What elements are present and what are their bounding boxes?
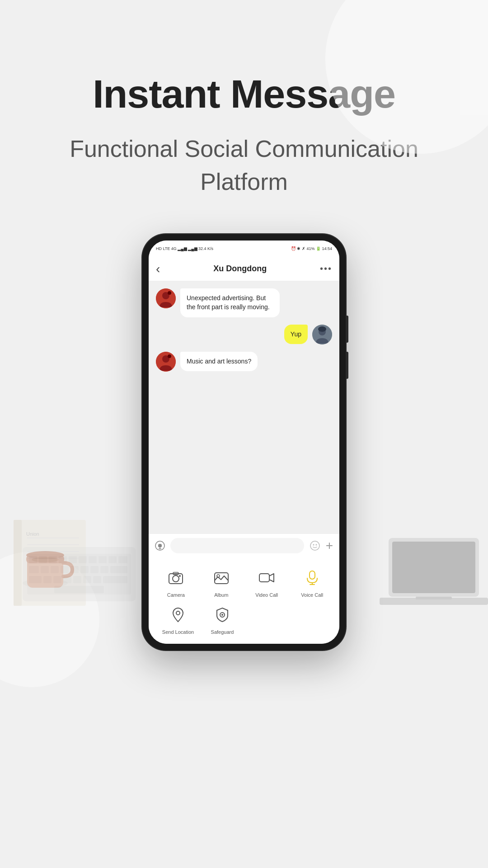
message-row-3: Music and art lessons?	[156, 352, 332, 372]
svg-rect-21	[99, 556, 107, 563]
message-bubble-3: Music and art lessons?	[180, 352, 258, 372]
svg-rect-14	[29, 556, 37, 563]
status-icons: ⏰ ✱ ✗ 41% 🔋 14:54	[291, 246, 332, 251]
safeguard-icon-wrap	[211, 603, 234, 627]
svg-rect-28	[70, 566, 79, 573]
actions-row-1: Camera Album	[149, 564, 339, 599]
action-album[interactable]: Album	[201, 566, 242, 598]
voice-input-button[interactable]	[155, 541, 165, 551]
video-call-icon-wrap	[255, 566, 278, 590]
svg-point-60	[315, 544, 317, 545]
svg-rect-36	[63, 576, 71, 583]
avatar-outgoing-1	[312, 325, 332, 344]
svg-rect-45	[416, 597, 452, 599]
svg-rect-33	[29, 576, 42, 583]
status-network: HD LTE 4G ▂▄▆ ▂▄▆ 32.4 K/s	[156, 246, 213, 251]
message-text-2: Yup	[291, 330, 301, 338]
svg-rect-37	[73, 576, 81, 583]
keyboard-decoration	[23, 547, 136, 601]
more-options-input-button[interactable]: +	[326, 538, 333, 553]
actions-row-2: Send Location Safeguard	[149, 601, 339, 637]
back-button[interactable]: ‹	[156, 262, 160, 276]
svg-rect-30	[90, 566, 99, 573]
svg-point-59	[313, 544, 314, 545]
message-bubble-2: Yup	[284, 325, 308, 344]
svg-rect-19	[79, 556, 87, 563]
svg-point-51	[318, 326, 326, 332]
action-voice-call[interactable]: Voice Call	[292, 566, 333, 598]
svg-point-64	[179, 575, 181, 577]
svg-rect-31	[100, 566, 108, 573]
phone-mockup: HD LTE 4G ▂▄▆ ▂▄▆ 32.4 K/s ⏰ ✱ ✗ 41% 🔋 1…	[142, 234, 346, 650]
contact-name: Xu Dongdong	[213, 264, 267, 274]
message-bubble-1: Unexpected advertising. But the front pa…	[180, 288, 280, 317]
bottom-actions: Camera Album	[149, 557, 339, 644]
album-icon-wrap	[210, 566, 233, 590]
voice-call-icon-wrap	[300, 566, 324, 590]
emoji-button[interactable]	[310, 540, 320, 551]
svg-rect-17	[59, 556, 67, 563]
send-location-icon-wrap	[166, 603, 190, 627]
svg-point-71	[176, 611, 180, 615]
svg-rect-26	[51, 566, 59, 573]
action-camera[interactable]: Camera	[155, 566, 196, 598]
voice-call-label: Voice Call	[301, 592, 323, 598]
svg-rect-22	[108, 556, 117, 563]
side-button-1	[346, 316, 348, 343]
avatar-incoming-2	[156, 352, 176, 372]
message-input[interactable]	[170, 538, 304, 553]
svg-rect-23	[118, 556, 127, 563]
action-send-location[interactable]: Send Location	[158, 603, 198, 635]
svg-rect-32	[110, 566, 127, 573]
camera-label: Camera	[167, 592, 185, 598]
svg-rect-29	[80, 566, 89, 573]
status-right: ⏰ ✱ ✗ 41% 🔋 14:54	[291, 246, 332, 251]
laptop-decoration	[380, 529, 488, 619]
page-title: Instant Message	[27, 72, 461, 116]
svg-rect-34	[43, 576, 52, 583]
svg-point-54	[168, 354, 171, 358]
svg-rect-18	[69, 556, 77, 563]
svg-rect-24	[29, 566, 39, 573]
phone-screen: HD LTE 4G ▂▄▆ ▂▄▆ 32.4 K/s ⏰ ✱ ✗ 41% 🔋 1…	[149, 241, 339, 644]
svg-rect-25	[41, 566, 49, 573]
action-safeguard[interactable]: Safeguard	[202, 603, 243, 635]
svg-rect-20	[89, 556, 97, 563]
title-section: Instant Message Functional Social Commun…	[0, 72, 488, 198]
message-row-2: Yup	[156, 325, 332, 344]
svg-point-62	[173, 576, 179, 582]
svg-rect-6	[14, 520, 22, 606]
status-bar: HD LTE 4G ▂▄▆ ▂▄▆ 32.4 K/s ⏰ ✱ ✗ 41% 🔋 1…	[149, 241, 339, 257]
send-location-label: Send Location	[162, 629, 194, 635]
page-subtitle: Functional Social Communication Platform	[27, 132, 461, 198]
svg-point-73	[221, 614, 223, 616]
status-left: HD LTE 4G ▂▄▆ ▂▄▆ 32.4 K/s	[156, 246, 213, 251]
svg-rect-27	[61, 566, 69, 573]
more-options-button[interactable]: •••	[320, 264, 332, 274]
svg-rect-41	[54, 586, 104, 593]
input-bar: +	[149, 533, 339, 557]
svg-text:Union: Union	[26, 531, 39, 537]
svg-rect-16	[49, 556, 57, 563]
svg-rect-35	[53, 576, 61, 583]
camera-icon-wrap	[164, 566, 188, 590]
svg-rect-67	[259, 574, 269, 582]
svg-rect-39	[93, 576, 101, 583]
avatar-incoming-1	[156, 288, 176, 308]
album-label: Album	[214, 592, 228, 598]
svg-point-48	[168, 291, 171, 295]
video-call-label: Video Call	[255, 592, 278, 598]
chat-messages: Unexpected advertising. But the front pa…	[149, 281, 339, 533]
svg-rect-15	[39, 556, 47, 563]
message-row-1: Unexpected advertising. But the front pa…	[156, 288, 332, 317]
svg-rect-43	[392, 542, 475, 593]
svg-rect-68	[310, 571, 315, 579]
side-button-2	[346, 352, 348, 379]
message-text-1: Unexpected advertising. But the front pa…	[187, 294, 270, 311]
action-video-call[interactable]: Video Call	[246, 566, 287, 598]
svg-point-58	[310, 541, 319, 550]
svg-rect-38	[83, 576, 91, 583]
message-text-3: Music and art lessons?	[187, 358, 251, 365]
safeguard-label: Safeguard	[211, 629, 234, 635]
chat-header: ‹ Xu Dongdong •••	[149, 257, 339, 281]
